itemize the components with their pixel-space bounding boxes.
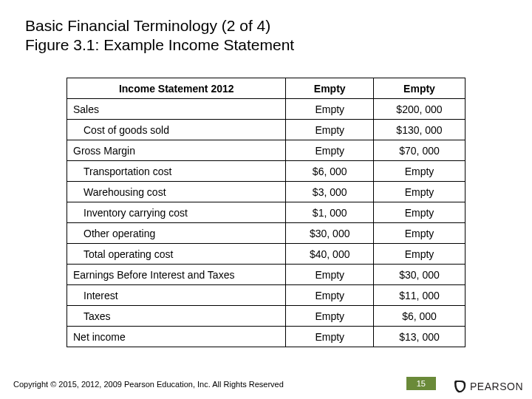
table-row: Net incomeEmpty$13, 000 bbox=[67, 327, 466, 347]
row-label: Warehousing cost bbox=[67, 182, 286, 202]
row-label: Other operating bbox=[67, 223, 286, 244]
row-col2: $1, 000 bbox=[286, 202, 374, 223]
row-col3: $200, 000 bbox=[374, 99, 466, 120]
row-label: Net income bbox=[67, 327, 286, 347]
row-col3: Empty bbox=[374, 223, 466, 244]
row-col2: Empty bbox=[286, 285, 374, 306]
table-row: InterestEmpty$11, 000 bbox=[67, 285, 466, 306]
row-col3: $130, 000 bbox=[374, 120, 466, 140]
table-row: Transportation cost$6, 000Empty bbox=[67, 161, 466, 182]
row-col3: $30, 000 bbox=[374, 265, 466, 285]
row-label: Transportation cost bbox=[67, 161, 286, 182]
table-row: Total operating cost$40, 000Empty bbox=[67, 244, 466, 265]
row-col2: $6, 000 bbox=[286, 161, 374, 182]
row-col2: $40, 000 bbox=[286, 244, 374, 265]
table-header-row: Income Statement 2012 Empty Empty bbox=[67, 78, 466, 99]
table-row: SalesEmpty$200, 000 bbox=[67, 99, 466, 120]
row-label: Taxes bbox=[67, 306, 286, 327]
slide-title: Basic Financial Terminology (2 of 4) Fig… bbox=[25, 16, 507, 55]
row-label: Sales bbox=[67, 99, 286, 120]
row-col2: Empty bbox=[286, 120, 374, 140]
row-label: Total operating cost bbox=[67, 244, 286, 265]
row-col2: Empty bbox=[286, 327, 374, 347]
row-label: Interest bbox=[67, 285, 286, 306]
row-col3: Empty bbox=[374, 202, 466, 223]
col-header-2: Empty bbox=[286, 78, 374, 99]
row-col2: Empty bbox=[286, 99, 374, 120]
table-row: Other operating$30, 000Empty bbox=[67, 223, 466, 244]
col-header-3: Empty bbox=[374, 78, 466, 99]
slide: Basic Financial Terminology (2 of 4) Fig… bbox=[0, 0, 532, 399]
row-col3: Empty bbox=[374, 244, 466, 265]
title-line-1: Basic Financial Terminology (2 of 4) bbox=[25, 16, 507, 35]
table-row: TaxesEmpty$6, 000 bbox=[67, 306, 466, 327]
table-row: Gross MarginEmpty$70, 000 bbox=[67, 140, 466, 161]
row-col3: $13, 000 bbox=[374, 327, 466, 347]
pearson-logo-icon bbox=[454, 380, 467, 393]
row-col3: $6, 000 bbox=[374, 306, 466, 327]
title-line-2: Figure 3.1: Example Income Statement bbox=[25, 35, 507, 55]
table-row: Cost of goods soldEmpty$130, 000 bbox=[67, 120, 466, 140]
row-label: Gross Margin bbox=[67, 140, 286, 161]
row-label: Inventory carrying cost bbox=[67, 202, 286, 223]
table-row: Earnings Before Interest and TaxesEmpty$… bbox=[67, 265, 466, 285]
income-statement-table: Income Statement 2012 Empty Empty SalesE… bbox=[66, 78, 466, 347]
row-col2: Empty bbox=[286, 306, 374, 327]
row-col2: $3, 000 bbox=[286, 182, 374, 202]
table-row: Inventory carrying cost$1, 000Empty bbox=[67, 202, 466, 223]
row-col3: Empty bbox=[374, 182, 466, 202]
row-col3: $70, 000 bbox=[374, 140, 466, 161]
table: Income Statement 2012 Empty Empty SalesE… bbox=[66, 78, 466, 347]
pearson-logo: PEARSON bbox=[454, 380, 523, 393]
page-number-badge: 15 bbox=[406, 377, 436, 390]
table-row: Warehousing cost$3, 000Empty bbox=[67, 182, 466, 202]
pearson-logo-text: PEARSON bbox=[470, 381, 523, 392]
row-col2: $30, 000 bbox=[286, 223, 374, 244]
row-label: Cost of goods sold bbox=[67, 120, 286, 140]
row-col3: Empty bbox=[374, 161, 466, 182]
copyright-footer: Copyright © 2015, 2012, 2009 Pearson Edu… bbox=[13, 380, 284, 389]
row-col3: $11, 000 bbox=[374, 285, 466, 306]
row-label: Earnings Before Interest and Taxes bbox=[67, 265, 286, 285]
row-col2: Empty bbox=[286, 140, 374, 161]
col-header-1: Income Statement 2012 bbox=[67, 78, 286, 99]
row-col2: Empty bbox=[286, 265, 374, 285]
